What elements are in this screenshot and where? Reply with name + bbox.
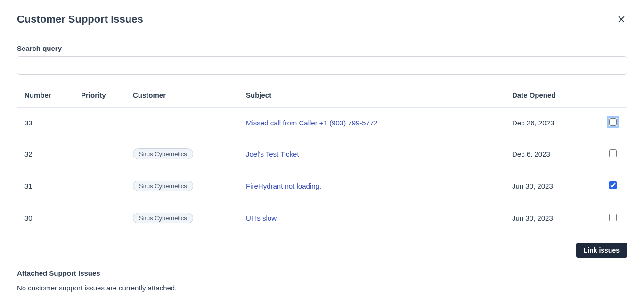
row-select-checkbox[interactable]	[609, 149, 617, 157]
table-row: 31Sirus CyberneticsFireHydrant not loadi…	[17, 170, 627, 202]
cell-select	[599, 108, 627, 138]
column-header-customer: Customer	[125, 82, 238, 108]
close-button[interactable]	[616, 14, 627, 25]
subject-link[interactable]: Missed call from Caller +1 (903) 799-577…	[246, 119, 378, 127]
customer-chip: Sirus Cybernetics	[133, 213, 193, 223]
cell-subject: Missed call from Caller +1 (903) 799-577…	[238, 108, 505, 138]
cell-priority	[73, 108, 125, 138]
column-header-subject: Subject	[238, 82, 505, 108]
customer-chip: Sirus Cybernetics	[133, 148, 193, 159]
column-header-date-opened: Date Opened	[505, 82, 599, 108]
cell-customer: Sirus Cybernetics	[125, 138, 238, 170]
row-select-checkbox[interactable]	[609, 181, 617, 189]
cell-date-opened: Jun 30, 2023	[505, 170, 599, 202]
cell-customer	[125, 108, 238, 138]
cell-subject: FireHydrant not loading.	[238, 170, 505, 202]
search-input[interactable]	[17, 56, 627, 75]
cell-number: 31	[17, 170, 73, 202]
column-header-number: Number	[17, 82, 73, 108]
cell-select	[599, 138, 627, 170]
cell-customer: Sirus Cybernetics	[125, 170, 238, 202]
cell-date-opened: Dec 26, 2023	[505, 108, 599, 138]
attached-issues-empty: No customer support issues are currently…	[17, 284, 627, 292]
cell-priority	[73, 138, 125, 170]
cell-number: 30	[17, 202, 73, 234]
attached-issues-title: Attached Support Issues	[17, 269, 627, 277]
cell-priority	[73, 202, 125, 234]
page-title: Customer Support Issues	[17, 13, 143, 25]
link-issues-button[interactable]: Link issues	[576, 243, 627, 258]
table-row: 33Missed call from Caller +1 (903) 799-5…	[17, 108, 627, 138]
column-header-select	[599, 82, 627, 108]
cell-date-opened: Jun 30, 2023	[505, 202, 599, 234]
cell-subject: UI Is slow.	[238, 202, 505, 234]
subject-link[interactable]: UI Is slow.	[246, 214, 278, 222]
cell-select	[599, 202, 627, 234]
cell-subject: Joel's Test Ticket	[238, 138, 505, 170]
cell-customer: Sirus Cybernetics	[125, 202, 238, 234]
customer-chip: Sirus Cybernetics	[133, 181, 193, 191]
subject-link[interactable]: FireHydrant not loading.	[246, 182, 321, 190]
close-icon	[617, 15, 626, 24]
issues-table: Number Priority Customer Subject Date Op…	[17, 82, 627, 233]
cell-priority	[73, 170, 125, 202]
column-header-priority: Priority	[73, 82, 125, 108]
row-select-checkbox[interactable]	[609, 214, 617, 221]
table-row: 30Sirus CyberneticsUI Is slow.Jun 30, 20…	[17, 202, 627, 234]
search-query-label: Search query	[17, 44, 627, 52]
cell-date-opened: Dec 6, 2023	[505, 138, 599, 170]
issues-table-container: Number Priority Customer Subject Date Op…	[17, 82, 627, 233]
table-row: 32Sirus CyberneticsJoel's Test TicketDec…	[17, 138, 627, 170]
row-select-checkbox[interactable]	[609, 118, 617, 126]
cell-number: 33	[17, 108, 73, 138]
cell-number: 32	[17, 138, 73, 170]
subject-link[interactable]: Joel's Test Ticket	[246, 150, 299, 158]
cell-select	[599, 170, 627, 202]
